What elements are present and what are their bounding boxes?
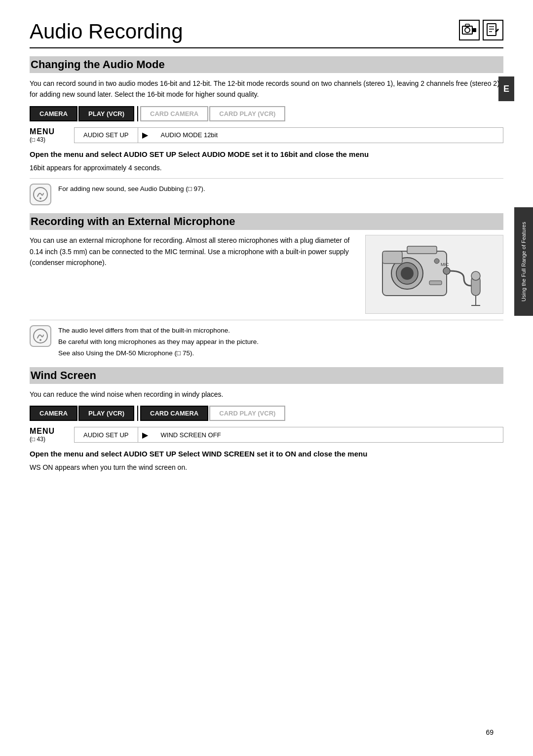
page-number: 69 bbox=[486, 728, 494, 736]
mode-btn-play-vcr-1[interactable]: PLAY (VCR) bbox=[78, 106, 134, 121]
menu-cell-wind-screen: WIND SCREEN OFF bbox=[152, 427, 230, 442]
mode-btn-card-camera-3[interactable]: CARD CAMERA bbox=[140, 406, 208, 421]
instruction-heading-3: Open the menu and select AUDIO SET UP Se… bbox=[30, 449, 503, 459]
menu-arrow-1: ▶ bbox=[138, 128, 152, 143]
top-icons bbox=[459, 20, 503, 40]
section2-title: Recording with an External Microphone bbox=[30, 213, 503, 230]
section1-body: You can record sound in two audio modes … bbox=[30, 78, 503, 100]
menu-cell-audio-setup-1: AUDIO SET UP bbox=[75, 128, 138, 143]
sidebar-tab: Using the Full Range of Features bbox=[514, 207, 533, 316]
menu-table-1: AUDIO SET UP ▶ AUDIO MODE 12bit bbox=[74, 127, 503, 143]
page: E Using the Full Range of Features Audio… bbox=[0, 0, 533, 756]
svg-point-17 bbox=[443, 267, 450, 274]
menu-cell-audio-mode: AUDIO MODE 12bit bbox=[152, 128, 227, 143]
note-box-1: For adding new sound, see Audio Dubbing … bbox=[30, 178, 503, 205]
svg-rect-23 bbox=[429, 281, 442, 285]
svg-rect-2 bbox=[465, 24, 469, 27]
menu-row-3: MENU (□ 43) AUDIO SET UP ▶ WIND SCREEN O… bbox=[30, 427, 503, 443]
pen-icon bbox=[483, 20, 503, 40]
instruction-heading-1: Open the menu and select AUDIO SET UP Se… bbox=[30, 149, 503, 159]
svg-rect-4 bbox=[487, 24, 496, 36]
camera-icon bbox=[459, 20, 480, 40]
section2-twocol: You can use an external microphone for r… bbox=[30, 235, 503, 314]
mode-btn-camera-1[interactable]: CAMERA bbox=[30, 106, 77, 121]
svg-point-25 bbox=[39, 339, 41, 341]
svg-point-19 bbox=[471, 271, 480, 280]
svg-rect-3 bbox=[473, 28, 476, 32]
note-icon-2 bbox=[30, 325, 51, 347]
menu-ref-3: (□ 43) bbox=[30, 436, 69, 443]
camera-microphone-image: MIC bbox=[365, 235, 503, 314]
svg-rect-14 bbox=[382, 251, 402, 264]
mode-bar-1: CAMERA PLAY (VCR) CARD CAMERA CARD PLAY … bbox=[30, 106, 503, 121]
mode-bar-3: CAMERA PLAY (VCR) CARD CAMERA CARD PLAY … bbox=[30, 406, 503, 421]
mode-btn-card-camera-1: CARD CAMERA bbox=[140, 106, 208, 121]
note-text-2: The audio level differs from that of the… bbox=[58, 325, 259, 359]
menu-table-3: AUDIO SET UP ▶ WIND SCREEN OFF bbox=[74, 427, 503, 443]
note-box-2: The audio level differs from that of the… bbox=[30, 320, 503, 359]
menu-cell-audio-setup-3: AUDIO SET UP bbox=[75, 427, 138, 442]
menu-label-block-3: MENU (□ 43) bbox=[30, 427, 69, 443]
menu-row-1: MENU (□ 43) AUDIO SET UP ▶ AUDIO MODE 12… bbox=[30, 127, 503, 143]
svg-text:MIC: MIC bbox=[441, 262, 449, 267]
instruction-body-1: 16bit appears for approximately 4 second… bbox=[30, 162, 503, 173]
mode-divider-3 bbox=[137, 406, 138, 421]
section2-body: You can use an external microphone for r… bbox=[30, 235, 355, 314]
menu-label-block-1: MENU (□ 43) bbox=[30, 127, 69, 143]
note-text-1: For adding new sound, see Audio Dubbing … bbox=[58, 184, 205, 195]
mode-btn-camera-3[interactable]: CAMERA bbox=[30, 406, 77, 421]
section3-body: You can reduce the wind noise when recor… bbox=[30, 389, 503, 400]
mode-divider-1 bbox=[137, 106, 138, 121]
page-title: Audio Recording bbox=[30, 20, 503, 48]
svg-point-1 bbox=[465, 28, 470, 33]
svg-point-9 bbox=[39, 197, 41, 199]
svg-point-13 bbox=[401, 267, 414, 280]
note-icon-1 bbox=[30, 184, 51, 205]
mode-btn-play-vcr-3[interactable]: PLAY (VCR) bbox=[78, 406, 134, 421]
menu-ref-1: (□ 43) bbox=[30, 136, 69, 143]
menu-label-1: MENU bbox=[30, 127, 69, 136]
section3-title: Wind Screen bbox=[30, 367, 503, 384]
letter-tab-e: E bbox=[498, 76, 514, 101]
svg-point-22 bbox=[434, 259, 439, 264]
menu-label-3: MENU bbox=[30, 427, 69, 436]
svg-rect-15 bbox=[407, 246, 437, 254]
mode-btn-card-play-1: CARD PLAY (VCR) bbox=[209, 106, 285, 121]
mode-btn-card-play-3: CARD PLAY (VCR) bbox=[209, 406, 285, 421]
instruction-body-3: WS ON appears when you turn the wind scr… bbox=[30, 462, 503, 473]
section1-title: Changing the Audio Mode bbox=[30, 56, 503, 73]
menu-arrow-3: ▶ bbox=[138, 427, 152, 442]
